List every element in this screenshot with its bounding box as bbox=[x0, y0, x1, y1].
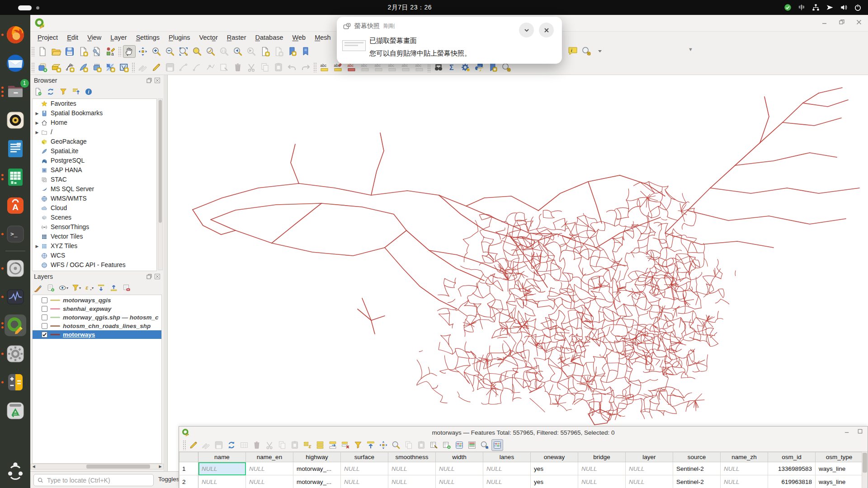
zoom-full-button[interactable] bbox=[177, 45, 190, 58]
cell-oneway[interactable]: yes bbox=[531, 462, 578, 475]
browser-item-home[interactable]: ▶Home bbox=[33, 118, 156, 127]
scroll-left-arrow[interactable]: ◀ bbox=[31, 465, 37, 469]
menu-settings[interactable]: Settings bbox=[132, 33, 164, 42]
new-field-button[interactable] bbox=[441, 439, 453, 451]
new-project-button[interactable] bbox=[36, 45, 49, 58]
new-shapefile-button[interactable] bbox=[63, 61, 76, 74]
dock-item-thunderbird[interactable] bbox=[0, 49, 30, 77]
dock-item-app-center[interactable]: A bbox=[0, 191, 30, 220]
menu-raster[interactable]: Raster bbox=[222, 33, 251, 42]
add-mesh-button[interactable] bbox=[118, 61, 130, 74]
cell-osm_type[interactable]: ways_line bbox=[816, 462, 863, 475]
column-header-name[interactable]: name bbox=[198, 452, 246, 462]
cell-name[interactable]: NULL bbox=[198, 462, 246, 475]
column-header-osm_id[interactable]: osm_id bbox=[768, 452, 816, 462]
browser-item-sensorthings[interactable]: SensorThings bbox=[33, 222, 156, 232]
column-header-lanes[interactable]: lanes bbox=[483, 452, 531, 462]
label-abc-button[interactable]: abc bbox=[318, 61, 331, 74]
check-badge-icon[interactable] bbox=[783, 4, 792, 12]
layer-item-shenhai-expway[interactable]: shenhai_expway bbox=[33, 305, 161, 313]
datasource-manager-button[interactable] bbox=[36, 61, 49, 74]
browser-item-wcs[interactable]: WCS bbox=[33, 251, 156, 260]
filter-funnel-sm-button[interactable] bbox=[352, 439, 364, 451]
toggle-edit-button[interactable] bbox=[188, 439, 199, 451]
zoom-mag-button[interactable] bbox=[390, 439, 402, 451]
info-button[interactable]: i bbox=[83, 86, 94, 97]
browser-item-geopackage[interactable]: GeoPackage bbox=[33, 137, 156, 146]
column-header-oneway[interactable]: oneway bbox=[531, 452, 578, 462]
layers-float-button[interactable] bbox=[146, 274, 152, 279]
dock-item-calculator[interactable] bbox=[0, 368, 30, 396]
expand-arrow-icon[interactable]: ▶ bbox=[34, 244, 40, 249]
column-header-name_en[interactable]: name_en bbox=[246, 452, 293, 462]
airplane-icon[interactable] bbox=[826, 4, 834, 12]
cell-name_en[interactable]: NULL bbox=[246, 462, 293, 475]
save-project-button[interactable] bbox=[63, 45, 76, 58]
cell-name[interactable]: NULL bbox=[198, 475, 246, 488]
deselect-button[interactable] bbox=[340, 439, 351, 451]
add-postgis-button[interactable] bbox=[90, 61, 103, 74]
system-tray[interactable]: 中 bbox=[783, 0, 862, 15]
column-header-highway[interactable]: highway bbox=[293, 452, 341, 462]
network-hub-icon[interactable] bbox=[811, 4, 820, 12]
cell-layer[interactable]: NULL bbox=[626, 462, 673, 475]
minimize-button[interactable] bbox=[821, 19, 828, 26]
dock-item-firefox[interactable] bbox=[0, 20, 30, 49]
layers-hscrollbar[interactable]: ◀ ▶ bbox=[30, 464, 164, 469]
dock-item-lo-writer[interactable] bbox=[0, 134, 30, 163]
browser-item-wfs-ogc-api-features[interactable]: WFS / OGC API - Features bbox=[33, 260, 156, 270]
bookmark-show-button[interactable] bbox=[299, 45, 312, 58]
add-spatialite-button[interactable] bbox=[77, 61, 90, 74]
column-header-smoothness[interactable]: smoothness bbox=[388, 452, 436, 462]
cell-lanes[interactable]: NULL bbox=[483, 462, 531, 475]
panel-splitter[interactable] bbox=[164, 75, 167, 471]
menu-edit[interactable]: Edit bbox=[62, 33, 83, 42]
cell-name_zh[interactable]: NULL bbox=[721, 462, 768, 475]
column-header-surface[interactable]: surface bbox=[341, 452, 388, 462]
browser-item-wms-wmts[interactable]: WMS/WMTS bbox=[33, 194, 156, 203]
new-map-view-button[interactable] bbox=[259, 45, 271, 58]
open-project-button[interactable] bbox=[50, 45, 62, 58]
layout-manager-button[interactable] bbox=[90, 45, 103, 58]
dock-item-show-apps[interactable] bbox=[0, 456, 30, 484]
cell-layer[interactable]: NULL bbox=[626, 475, 673, 488]
filter-expression-button[interactable]: ε▾ bbox=[83, 282, 94, 293]
browser-item-spatial-bookmarks[interactable]: ▶Spatial Bookmarks bbox=[33, 108, 156, 118]
dock-item-files[interactable]: 1 bbox=[0, 77, 30, 106]
layer-item-hotosm-chn-roads-lines-shp[interactable]: hotosm_chn_roads_lines_shp bbox=[33, 322, 161, 330]
column-header-osm_type[interactable]: osm_type bbox=[816, 452, 863, 462]
cell-surface[interactable]: NULL bbox=[341, 475, 388, 488]
toggle-edit-button[interactable] bbox=[150, 61, 163, 74]
browser-close-button[interactable] bbox=[155, 78, 160, 83]
attr-minimize-button[interactable] bbox=[844, 428, 850, 434]
browser-item-sap-hana[interactable]: SAP HANA bbox=[33, 165, 156, 175]
layer-item-motorways-qgis[interactable]: motorways_qgis bbox=[33, 296, 161, 305]
add-raster-button[interactable] bbox=[104, 61, 117, 74]
add-group-button[interactable] bbox=[45, 282, 56, 293]
system-clock[interactable]: 2月7日 23：26 bbox=[0, 0, 432, 15]
cell-osm_type[interactable]: ways_line bbox=[816, 475, 863, 488]
browser-item-stac[interactable]: STAC bbox=[33, 175, 156, 184]
browser-item--[interactable]: ▶/ bbox=[33, 127, 156, 137]
calc-abacus-button[interactable] bbox=[491, 439, 503, 451]
cell-width[interactable]: NULL bbox=[436, 475, 483, 488]
column-header-source[interactable]: source bbox=[673, 452, 721, 462]
cell-osm_id[interactable]: 1336989583 bbox=[768, 462, 816, 475]
cell-source[interactable]: Sentinel-2 bbox=[673, 475, 721, 488]
new-layout-button[interactable] bbox=[77, 45, 90, 58]
browser-scrollbar[interactable] bbox=[158, 99, 163, 270]
menu-plugins[interactable]: Plugins bbox=[164, 33, 195, 42]
cell-highway[interactable]: motorway_... bbox=[293, 475, 341, 488]
browser-item-spatialite[interactable]: SpatiaLite bbox=[33, 146, 156, 156]
layer-checkbox[interactable] bbox=[42, 332, 47, 338]
power-icon[interactable] bbox=[854, 4, 862, 12]
expand-arrow-icon[interactable]: ▶ bbox=[34, 111, 40, 116]
volume-icon[interactable] bbox=[840, 4, 848, 12]
notification-close-button[interactable] bbox=[539, 23, 554, 38]
menu-web[interactable]: Web bbox=[288, 33, 311, 42]
notification-thumbnail[interactable] bbox=[342, 40, 366, 51]
filter-legend-button[interactable]: ▾ bbox=[71, 282, 81, 293]
dock-item-trash[interactable] bbox=[0, 396, 30, 425]
cell-bridge[interactable]: NULL bbox=[578, 462, 626, 475]
browser-item-vector-tiles[interactable]: Vector Tiles bbox=[33, 232, 156, 241]
